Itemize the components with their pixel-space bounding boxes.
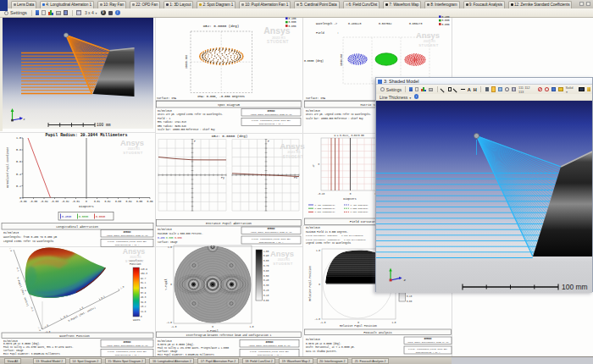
svg-text:RMS radius: 1792.013: RMS radius: 1792.013 <box>158 120 186 124</box>
svg-text:0.5876 µm at 0.0000 (deg).: 0.5876 µm at 0.0000 (deg). <box>3 342 41 345</box>
svg-text:0.588 Tangential: 0.588 Tangential <box>315 207 336 210</box>
svg-text:Surface: Image: Surface: Image <box>3 349 24 352</box>
svg-text:0.30: 0.30 <box>263 284 269 287</box>
svg-text:Pupil Radius: 39.3844 Millimet: Pupil Radius: 39.3844 Millimeters <box>46 133 128 137</box>
svg-text:Ansys Zemax OpticStudio 2023 R: Ansys Zemax OpticStudio 2023 R1.00 <box>407 341 449 344</box>
svg-text:W = 0.0122, 0.0678 mm: W = 0.0122, 0.0678 mm <box>334 135 364 137</box>
svg-text:01/03/2023: 01/03/2023 <box>306 109 320 113</box>
svg-text:0.656 Sagittal: 0.656 Sagittal <box>351 211 369 213</box>
svg-text:Data is shadow pattern.: Data is shadow pattern. <box>306 350 337 353</box>
svg-text:-1.0: -1.0 <box>171 326 177 328</box>
svg-text:Y-Pupil: Y-Pupil <box>164 279 168 290</box>
svg-text:Wavefront Function: Wavefront Function <box>59 334 90 338</box>
svg-text:Field: conjugates_Part7 Rays.Z: Field: conjugates_Part7 Rays.ZMX <box>408 348 447 350</box>
svg-text:0.486: 0.486 <box>442 16 450 19</box>
svg-text:P: P <box>194 140 196 143</box>
svg-text:-0.05: -0.05 <box>30 201 37 203</box>
svg-text:30000.000: 30000.000 <box>186 55 188 69</box>
svg-text:01/03/2023: 01/03/2023 <box>158 109 172 113</box>
svg-text:-0.01: -0.01 <box>72 201 80 203</box>
svg-text:Relative Pupil Position: Relative Pupil Position <box>340 324 377 328</box>
svg-text:Zemax: Zemax <box>267 110 274 113</box>
svg-text:0: 0 <box>86 201 87 203</box>
svg-text:Maximum Field is 0.000 Degrees: Maximum Field is 0.000 Degrees. <box>306 230 348 234</box>
svg-text:0.02: 0.02 <box>104 201 110 203</box>
svg-text:Ansys Zemax OpticStudio 2023 R: Ansys Zemax OpticStudio 2023 R1.00 <box>249 345 291 347</box>
svg-text:46.3: 46.3 <box>141 296 147 299</box>
svg-text:0.06: 0.06 <box>147 201 152 203</box>
svg-text:0.588: 0.588 <box>442 19 450 22</box>
svg-text:0.0000 (deg): 0.0000 (deg) <box>304 59 324 63</box>
svg-text:0.588 Sagittal: 0.588 Sagittal <box>351 207 369 210</box>
svg-text:-0.5: -0.5 <box>30 306 34 312</box>
svg-text:30000.000: 30000.000 <box>341 54 343 66</box>
svg-text:0.00: 0.00 <box>407 301 413 303</box>
svg-text:01/03/2023: 01/03/2023 <box>158 339 172 343</box>
svg-text:STUDENT: STUDENT <box>123 151 143 155</box>
svg-text:Field: conjugates_Part7 Rays.Z: Field: conjugates_Part7 Rays.ZMX <box>252 119 291 122</box>
svg-text:23.2: 23.2 <box>141 306 147 308</box>
svg-text:Zemax: Zemax <box>424 338 431 340</box>
svg-text:0.10: 0.10 <box>263 295 269 297</box>
svg-text:100 mm: 100 mm <box>97 123 111 127</box>
svg-text:0: 0 <box>212 326 213 328</box>
svg-text:1.0: 1.0 <box>391 322 396 324</box>
svg-text:0.5880: 0.5880 <box>79 215 88 218</box>
svg-text:0.656: 0.656 <box>442 24 450 26</box>
svg-text:Entrance Pupil Aberration: Entrance Pupil Aberration <box>206 222 252 225</box>
svg-text:Peak to valley = 231.6758 wave: Peak to valley = 231.6758 waves, RMS = 5… <box>3 345 74 349</box>
svg-text:Field: conjugates_Part7 Rays.Z: Field: conjugates_Part7 Rays.ZMX <box>108 240 147 243</box>
svg-text:0.8: 0.8 <box>16 148 21 152</box>
svg-text:Spot Diagram: Spot Diagram <box>218 103 240 107</box>
svg-text:Py: Py <box>221 176 224 179</box>
svg-text:0: 0 <box>19 196 21 200</box>
svg-text:Diopters: Diopters <box>343 197 356 201</box>
svg-text:Foucault Analysis: Foucault Analysis <box>363 331 392 334</box>
svg-text:01/03/2023: 01/03/2023 <box>306 338 320 341</box>
svg-text:01/03/2023: 01/03/2023 <box>3 231 19 234</box>
svg-text:0.60: 0.60 <box>263 270 269 273</box>
svg-text:0.486: 0.486 <box>289 18 296 20</box>
svg-text:Zemax: Zemax <box>123 341 130 344</box>
svg-text:Field Curvature: Tangential =: Field Curvature: Tangential = 0.000 Mill… <box>306 239 366 241</box>
svg-text:Scale bar: 10000.000 Referen: Scale bar: 10000.000 Reference : Chief R… <box>158 128 215 131</box>
svg-text:0.50: 0.50 <box>263 275 269 278</box>
svg-text:GEO radius: 3936.646: GEO radius: 3936.646 <box>158 124 186 128</box>
svg-text:0.4: 0.4 <box>16 173 21 176</box>
svg-text:Longitudinal Aberration: Longitudinal Aberration <box>56 225 98 229</box>
svg-text:Configuration 1 of 1: Configuration 1 of 1 <box>259 123 284 125</box>
svg-text:STUDENT: STUDENT <box>267 40 289 44</box>
svg-text:-0.04: -0.04 <box>40 201 47 203</box>
svg-text:STUDENT: STUDENT <box>125 259 144 263</box>
svg-text:Interferogram between referenc: Interferogram between reference beam and… <box>186 334 272 337</box>
svg-text:Zemax: Zemax <box>265 341 273 344</box>
svg-text:Ansys: Ansys <box>416 31 440 40</box>
svg-text:Units are µm. Legend items ref: Units are µm. Legend items refer to Wave… <box>306 113 371 116</box>
svg-text:0.5: 0.5 <box>101 295 106 300</box>
svg-text:Peak to Valley = 231.6758 wave: Peak to Valley = 231.6758 waves. Fringes… <box>158 346 229 350</box>
svg-text:0.2: 0.2 <box>16 185 21 188</box>
svg-text:-0.5: -0.5 <box>62 314 68 319</box>
svg-text:0.80: 0.80 <box>263 260 269 262</box>
svg-text:Configuration 1 of 1: Configuration 1 of 1 <box>416 351 441 354</box>
svg-text:Relative Pupil Position: Relative Pupil Position <box>308 266 312 301</box>
svg-text:OBJ: 0.0000 (deg): OBJ: 0.0000 (deg) <box>212 135 248 138</box>
svg-text:0.587562: 0.587562 <box>379 22 391 25</box>
svg-text:0.588: 0.588 <box>289 21 296 24</box>
svg-text:34.8: 34.8 <box>141 301 147 304</box>
svg-text:01/03/2023: 01/03/2023 <box>306 226 320 229</box>
svg-text:Z: Z <box>404 279 407 282</box>
svg-text:Ansys Zemax OpticStudio 2023 R: Ansys Zemax OpticStudio 2023 R1.00 <box>107 345 148 347</box>
svg-text:Maximum Scale = 500.000 Percen: Maximum Scale = 500.000 Percent. <box>158 232 203 235</box>
svg-text:Surface: IMA: Surface: IMA <box>157 97 176 100</box>
svg-text:100 mm: 100 mm <box>562 283 588 291</box>
svg-text:0.01: 0.01 <box>94 201 100 203</box>
svg-text:-1.0: -1.0 <box>43 324 49 329</box>
svg-text:0: 0 <box>357 322 359 324</box>
svg-text:0.00: 0.00 <box>263 300 269 302</box>
svg-text:Surface: Image: Surface: Image <box>158 350 178 353</box>
svg-text:Ansys Zemax OpticStudio 2023 R: Ansys Zemax OpticStudio 2023 R1.00 <box>251 113 292 116</box>
svg-text:1.0: 1.0 <box>16 136 21 140</box>
svg-text:Normalized Pupil Coordinate: Normalized Pupil Coordinate <box>6 146 9 188</box>
svg-text:01/03/2023: 01/03/2023 <box>3 339 18 343</box>
